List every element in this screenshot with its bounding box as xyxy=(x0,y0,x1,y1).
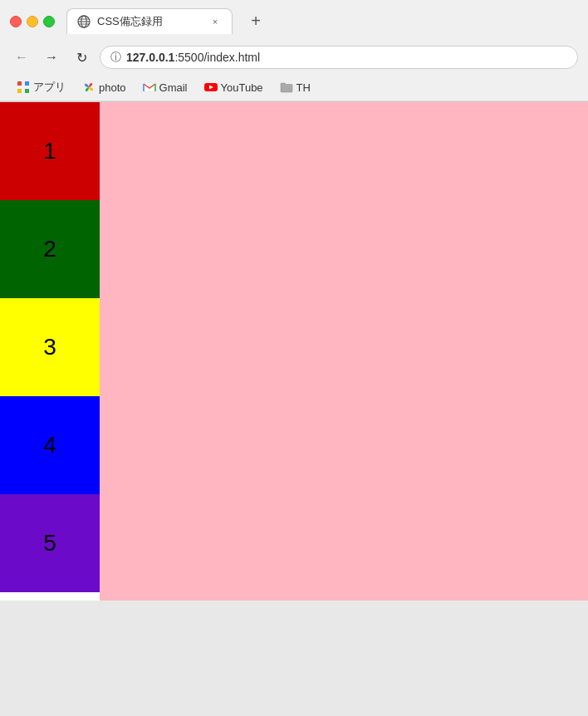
address-bar[interactable]: ⓘ 127.0.0.1:5500/index.html xyxy=(100,46,578,69)
minimize-button[interactable] xyxy=(27,16,38,27)
box-3: 3 xyxy=(0,298,100,396)
bookmark-youtube-label: YouTube xyxy=(221,81,263,94)
apps-icon xyxy=(17,81,30,94)
new-tab-button[interactable]: + xyxy=(244,10,267,33)
gmail-icon xyxy=(143,81,156,94)
close-button[interactable] xyxy=(10,16,22,27)
reload-button[interactable]: ↻ xyxy=(70,46,93,69)
tab-close-button[interactable]: × xyxy=(208,15,222,28)
bookmark-gmail-label: Gmail xyxy=(159,81,188,94)
title-bar: CSS備忘録用 × + xyxy=(0,0,588,41)
photo-icon xyxy=(82,81,96,94)
bookmark-apps-label: アプリ xyxy=(33,80,66,95)
folder-icon xyxy=(280,81,293,94)
bookmark-folder[interactable]: TH xyxy=(273,78,317,96)
svg-rect-5 xyxy=(17,81,22,86)
box-5: 5 xyxy=(0,494,100,592)
traffic-lights xyxy=(10,16,55,27)
box-1: 1 xyxy=(0,102,100,200)
bookmark-gmail[interactable]: Gmail xyxy=(136,78,194,96)
tab-title: CSS備忘録用 xyxy=(97,14,202,29)
navigation-bar: ← → ↻ ⓘ 127.0.0.1:5500/index.html xyxy=(0,41,588,74)
main-area xyxy=(100,102,588,601)
boxes-column: 12345 xyxy=(0,102,100,601)
address-text: 127.0.0.1:5500/index.html xyxy=(126,51,260,64)
globe-icon xyxy=(77,15,91,28)
page-content: 12345 xyxy=(0,102,588,601)
browser-chrome: CSS備忘録用 × + ← → ↻ ⓘ 127.0.0.1:5500/index… xyxy=(0,0,588,102)
maximize-button[interactable] xyxy=(43,16,55,27)
back-button[interactable]: ← xyxy=(10,46,33,69)
svg-rect-9 xyxy=(144,83,155,91)
svg-rect-8 xyxy=(25,89,29,93)
bookmark-photo-label: photo xyxy=(99,81,126,94)
svg-rect-6 xyxy=(25,81,29,86)
bookmark-youtube[interactable]: YouTube xyxy=(198,78,270,96)
bookmark-folder-label: TH xyxy=(296,81,311,94)
box-4: 4 xyxy=(0,396,100,494)
address-host: 127.0.0.1 xyxy=(126,51,174,64)
bookmark-photo[interactable]: photo xyxy=(76,78,133,96)
info-icon: ⓘ xyxy=(110,50,121,65)
bookmarks-bar: アプリ photo xyxy=(0,74,588,101)
svg-rect-7 xyxy=(17,89,22,93)
youtube-icon xyxy=(204,81,218,94)
forward-button[interactable]: → xyxy=(40,46,63,69)
box-2: 2 xyxy=(0,200,100,298)
bookmark-apps[interactable]: アプリ xyxy=(10,77,72,97)
browser-tab[interactable]: CSS備忘録用 × xyxy=(66,8,233,34)
address-path: :5500/index.html xyxy=(174,51,260,64)
